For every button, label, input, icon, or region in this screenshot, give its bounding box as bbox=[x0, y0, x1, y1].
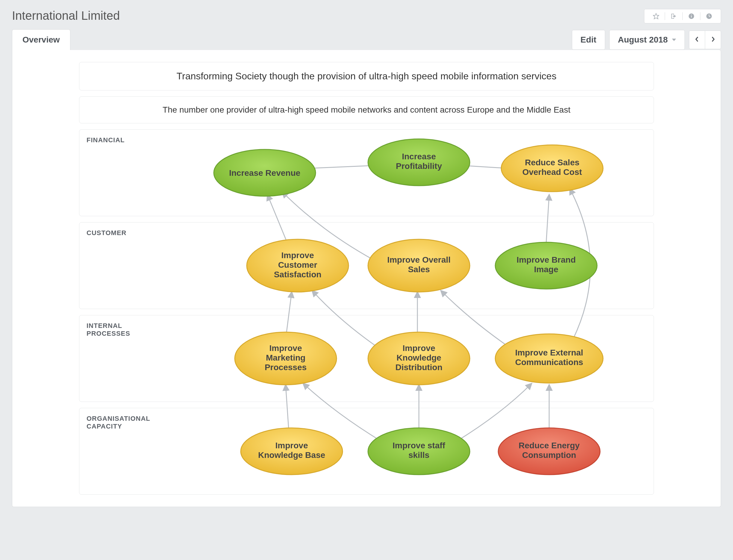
svg-text:Image: Image bbox=[534, 265, 558, 274]
svg-text:Knowledge: Knowledge bbox=[396, 353, 441, 362]
svg-text:Improve staff: Improve staff bbox=[393, 441, 445, 450]
node-improve-marketing-processes[interactable]: Improve Marketing Processes bbox=[235, 332, 337, 385]
svg-text:Improve: Improve bbox=[275, 441, 308, 450]
svg-text:Improve External: Improve External bbox=[515, 348, 583, 357]
svg-text:Communications: Communications bbox=[515, 358, 583, 367]
arrow-layer bbox=[268, 165, 590, 447]
svg-text:Consumption: Consumption bbox=[522, 450, 576, 460]
edit-button[interactable]: Edit bbox=[572, 30, 605, 50]
info-icon[interactable] bbox=[683, 11, 700, 21]
period-label: August 2018 bbox=[618, 35, 668, 45]
node-improve-customer-satisfaction[interactable]: Improve Customer Satisfaction bbox=[247, 239, 349, 292]
node-increase-revenue[interactable]: Increase Revenue bbox=[214, 149, 316, 196]
svg-text:Reduce Energy: Reduce Energy bbox=[519, 441, 580, 450]
svg-text:Reduce Sales: Reduce Sales bbox=[525, 158, 579, 167]
svg-rect-3 bbox=[691, 15, 692, 15]
vision-card: The number one provider of ultra-high sp… bbox=[79, 96, 654, 123]
node-reduce-sales-overhead-cost[interactable]: Reduce Sales Overhead Cost bbox=[501, 145, 603, 192]
node-improve-staff-skills[interactable]: Improve staff skills bbox=[368, 428, 470, 475]
history-icon[interactable] bbox=[700, 11, 718, 21]
period-prev-button[interactable] bbox=[689, 31, 705, 49]
node-improve-overall-sales[interactable]: Improve Overall Sales bbox=[368, 239, 470, 292]
period-selector[interactable]: August 2018 bbox=[609, 30, 685, 50]
svg-text:Overhead Cost: Overhead Cost bbox=[522, 167, 582, 177]
svg-text:Customer: Customer bbox=[278, 260, 317, 270]
node-improve-knowledge-base[interactable]: Improve Knowledge Base bbox=[241, 428, 343, 475]
svg-text:Improve: Improve bbox=[269, 343, 302, 353]
svg-text:Improve: Improve bbox=[403, 343, 435, 353]
svg-text:Improve: Improve bbox=[281, 251, 314, 260]
svg-text:Distribution: Distribution bbox=[395, 363, 442, 372]
page-title: International Limited bbox=[12, 9, 120, 22]
svg-text:Knowledge Base: Knowledge Base bbox=[258, 450, 325, 460]
svg-text:Sales: Sales bbox=[408, 265, 430, 274]
period-nav bbox=[689, 31, 721, 49]
node-improve-brand-image[interactable]: Improve Brand Image bbox=[495, 242, 597, 289]
svg-text:skills: skills bbox=[408, 450, 429, 460]
node-improve-external-communications[interactable]: Improve External Communications bbox=[495, 334, 603, 383]
svg-text:Satisfaction: Satisfaction bbox=[274, 270, 322, 279]
svg-text:Processes: Processes bbox=[265, 363, 307, 372]
page-actions-toolbar bbox=[644, 9, 721, 23]
svg-text:Marketing: Marketing bbox=[266, 353, 305, 362]
period-next-button[interactable] bbox=[705, 31, 721, 49]
svg-text:Profitability: Profitability bbox=[396, 161, 442, 171]
strategy-map-canvas: Increase Revenue Increase Profitability … bbox=[79, 129, 654, 495]
tab-overview[interactable]: Overview bbox=[12, 29, 70, 50]
node-reduce-energy-consumption[interactable]: Reduce Energy Consumption bbox=[498, 428, 600, 475]
node-increase-profitability[interactable]: Increase Profitability bbox=[368, 139, 470, 186]
node-improve-knowledge-distribution[interactable]: Improve Knowledge Distribution bbox=[368, 332, 470, 385]
svg-rect-2 bbox=[691, 16, 692, 17]
svg-text:Increase Revenue: Increase Revenue bbox=[229, 168, 300, 178]
export-icon[interactable] bbox=[665, 11, 682, 21]
svg-text:Improve Overall: Improve Overall bbox=[387, 255, 451, 264]
svg-text:Increase: Increase bbox=[402, 152, 436, 161]
favourite-icon[interactable] bbox=[647, 11, 665, 21]
svg-text:Improve Brand: Improve Brand bbox=[517, 255, 576, 264]
mission-card: Transforming Society though the provisio… bbox=[79, 62, 654, 90]
chevron-down-icon bbox=[672, 39, 676, 41]
svg-marker-0 bbox=[653, 13, 659, 19]
